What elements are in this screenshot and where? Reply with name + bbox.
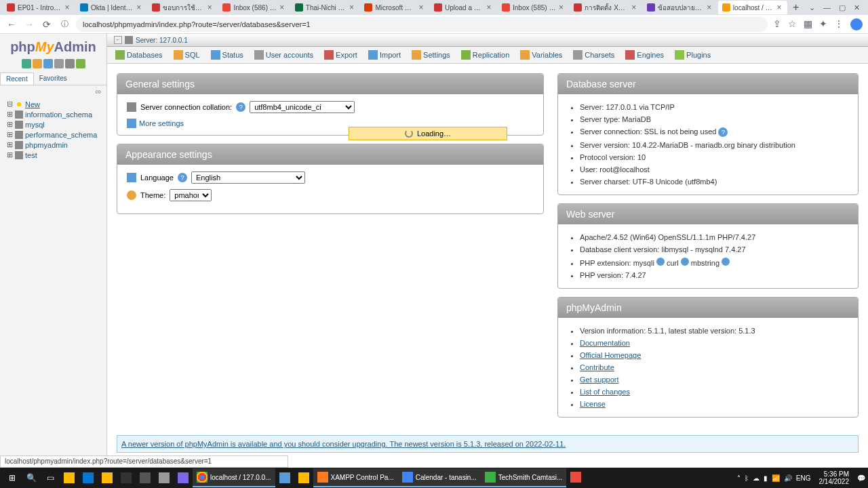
tab-1[interactable]: Okta | Identity f× — [76, 1, 147, 14]
menu-settings[interactable]: Settings — [406, 47, 456, 63]
db-information-schema[interactable]: ⊞information_schema — [3, 109, 104, 119]
tab-4[interactable]: Thai-Nichi Inst× — [291, 1, 360, 14]
tray-chevron-icon[interactable]: ˄ — [737, 474, 741, 482]
start-button[interactable]: ⊞ — [3, 468, 22, 487]
tab-2[interactable]: ขอบการใช้งาน× — [148, 1, 218, 14]
new-tab-button[interactable]: + — [788, 1, 804, 14]
taskbar-camtasia[interactable]: TechSmith Camtasi... — [481, 468, 566, 487]
db-performance-schema[interactable]: ⊞performance_schema — [3, 129, 104, 140]
notifications-icon[interactable]: 💬 — [857, 474, 865, 482]
tab-3[interactable]: Inbox (586) - ta× — [218, 1, 290, 14]
tab-6[interactable]: Upload a vide× — [430, 1, 497, 14]
tab-8[interactable]: การติดตั้ง Xamp× — [570, 1, 642, 14]
tray-battery-icon[interactable]: ▮ — [764, 474, 768, 482]
close-icon[interactable]: × — [630, 3, 638, 12]
tray-cloud-icon[interactable]: ☁ — [753, 474, 760, 482]
sql-icon[interactable] — [54, 59, 64, 68]
collapse-nav-icon[interactable]: ← — [114, 36, 122, 44]
url-input[interactable] — [76, 17, 768, 32]
close-icon[interactable]: × — [278, 3, 286, 12]
tab-10-active[interactable]: localhost / 127× — [718, 1, 787, 14]
db-phpmyadmin[interactable]: ⊞phpmyadmin — [3, 140, 104, 150]
explorer-icon[interactable] — [60, 468, 79, 487]
maximize-icon[interactable]: ▢ — [839, 3, 846, 12]
help-icon[interactable]: ? — [718, 127, 728, 137]
menu-replication[interactable]: Replication — [456, 47, 515, 63]
docs-icon[interactable] — [43, 59, 53, 68]
db-test[interactable]: ⊞test — [3, 150, 104, 160]
clock[interactable]: 5:36 PM 2/14/2022 — [815, 470, 854, 485]
tray-volume-icon[interactable]: 🔊 — [784, 474, 792, 482]
tab-favorites[interactable]: Favorites — [34, 73, 73, 85]
tray-wifi-icon[interactable]: 📶 — [772, 474, 780, 482]
extensions-icon[interactable]: ✦ — [819, 18, 827, 30]
expand-icon[interactable]: ⊞ — [5, 150, 14, 159]
app-icon[interactable] — [155, 468, 174, 487]
taskbar-calendar[interactable]: Calendar - tanasin... — [398, 468, 481, 487]
theme-select[interactable]: pmahomme — [170, 189, 212, 201]
forward-button[interactable]: → — [23, 18, 35, 30]
app-icon[interactable] — [117, 468, 136, 487]
menu-plugins[interactable]: Plugins — [669, 47, 716, 63]
reload-icon[interactable] — [76, 59, 85, 68]
help-icon[interactable]: ? — [236, 102, 245, 112]
back-button[interactable]: ← — [5, 18, 18, 30]
app-icon[interactable] — [79, 468, 98, 487]
menu-export[interactable]: Export — [319, 47, 363, 63]
qr-icon[interactable]: ▦ — [804, 18, 812, 30]
close-icon[interactable]: × — [485, 3, 493, 12]
tab-9[interactable]: ข้อสอบปลายภาค× — [643, 1, 717, 14]
bookmark-icon[interactable]: ☆ — [788, 18, 797, 30]
pma-logo[interactable]: phpMyAdmin — [0, 37, 106, 58]
menu-variables[interactable]: Variables — [515, 47, 568, 63]
close-icon[interactable]: × — [205, 3, 214, 12]
tray-lang-icon[interactable]: ENG — [796, 474, 811, 482]
app-icon[interactable] — [275, 468, 294, 487]
taskbar-app[interactable] — [566, 468, 585, 487]
close-icon[interactable]: × — [775, 3, 783, 12]
close-icon[interactable]: × — [417, 3, 425, 12]
menu-sql[interactable]: SQL — [168, 47, 205, 63]
search-icon[interactable]: 🔍 — [22, 468, 41, 487]
close-icon[interactable]: × — [347, 3, 355, 12]
app-icon[interactable] — [98, 468, 117, 487]
collation-select[interactable]: utf8mb4_unicode_ci — [250, 101, 355, 113]
tab-7[interactable]: Inbox (585) - ta× — [498, 1, 569, 14]
menu-charsets[interactable]: Charsets — [568, 47, 620, 63]
menu-user-accounts[interactable]: User accounts — [249, 47, 319, 63]
close-icon[interactable]: × — [705, 3, 713, 12]
link-homepage[interactable]: Official Homepage — [580, 351, 641, 359]
link-contribute[interactable]: Contribute — [580, 363, 614, 371]
task-view-icon[interactable]: ▭ — [41, 468, 60, 487]
share-icon[interactable]: ⇪ — [773, 18, 781, 30]
logout-icon[interactable] — [33, 59, 42, 68]
tab-recent[interactable]: Recent — [0, 73, 34, 85]
collapse-infinity-icon[interactable]: ∞ — [0, 85, 106, 98]
close-icon[interactable]: × — [557, 3, 565, 12]
link-license[interactable]: License — [580, 400, 606, 408]
close-icon[interactable]: × — [63, 3, 71, 12]
site-info-icon[interactable]: ⓘ — [58, 18, 71, 30]
link-documentation[interactable]: Documentation — [580, 339, 630, 347]
reload-button[interactable]: ⟳ — [41, 18, 53, 30]
expand-icon[interactable]: ⊞ — [5, 130, 14, 139]
menu-engines[interactable]: Engines — [620, 47, 669, 63]
menu-icon[interactable]: ⋮ — [834, 18, 844, 30]
new-database-link[interactable]: ⊟New — [3, 99, 104, 109]
server-breadcrumb[interactable]: Server: 127.0.0.1 — [136, 37, 188, 44]
profile-icon[interactable] — [850, 18, 863, 30]
chevron-down-icon[interactable]: ⌄ — [809, 3, 815, 12]
taskbar-chrome[interactable]: localhost / 127.0.0... — [193, 468, 275, 487]
home-icon[interactable] — [22, 59, 31, 68]
tab-5[interactable]: Microsoft Offic× — [360, 1, 429, 14]
gear-icon[interactable] — [65, 59, 75, 68]
taskbar-xampp[interactable]: XAMPP Control Pa... — [313, 468, 398, 487]
language-select[interactable]: English — [191, 171, 305, 184]
close-window-icon[interactable]: ✕ — [854, 3, 860, 12]
app-icon[interactable] — [136, 468, 155, 487]
tab-0[interactable]: EP01 - Introduc× — [3, 1, 75, 14]
menu-import[interactable]: Import — [363, 47, 406, 63]
app-icon[interactable] — [294, 468, 313, 487]
upgrade-link[interactable]: A newer version of phpMyAdmin is availab… — [121, 440, 566, 448]
close-icon[interactable]: × — [135, 3, 143, 12]
